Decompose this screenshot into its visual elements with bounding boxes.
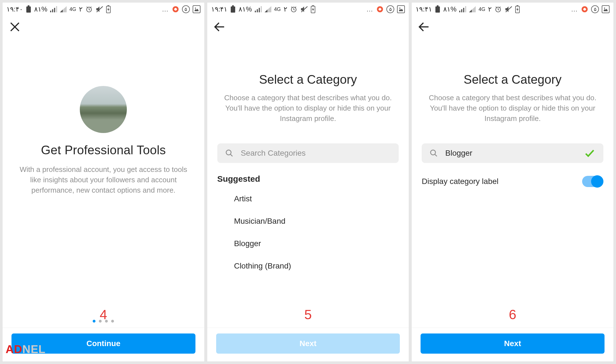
search-field[interactable] bbox=[422, 143, 603, 163]
app-icon bbox=[172, 6, 179, 13]
back-icon[interactable] bbox=[213, 21, 226, 33]
category-item[interactable]: Clothing (Brand) bbox=[217, 255, 399, 277]
network-label: 4G bbox=[274, 6, 281, 12]
search-icon bbox=[225, 149, 234, 157]
svg-line-21 bbox=[230, 154, 232, 157]
svg-rect-12 bbox=[232, 5, 234, 6]
category-item[interactable]: Blogger bbox=[217, 232, 399, 255]
screen-4: ۱۹:۴۰ ۸۱% 4G ۲ … ۵ Get Prof bbox=[2, 2, 205, 362]
search-field[interactable] bbox=[217, 143, 399, 163]
category-item[interactable]: Musician/Band bbox=[217, 210, 399, 232]
charge-icon bbox=[311, 5, 315, 13]
step-number: 4 bbox=[100, 307, 107, 322]
svg-rect-22 bbox=[435, 6, 440, 13]
status-bar: ۱۹:۴۰ ۸۱% 4G ۲ … ۵ bbox=[3, 3, 204, 16]
svg-point-8 bbox=[195, 8, 196, 9]
mute-icon bbox=[505, 6, 512, 13]
status-time: ۱۹:۴۰ bbox=[6, 5, 23, 13]
alarm-icon bbox=[85, 6, 93, 13]
search-input[interactable] bbox=[445, 149, 577, 158]
more-icon: … bbox=[162, 5, 169, 13]
svg-point-29 bbox=[604, 8, 605, 9]
signal-triangle-icon bbox=[60, 6, 67, 12]
status-bar: ۱۹:۴۱ ۸۱% 4G ۲ … ۵ bbox=[412, 3, 613, 16]
svg-rect-11 bbox=[231, 6, 235, 13]
svg-point-31 bbox=[431, 150, 436, 155]
app-icon bbox=[581, 6, 588, 13]
search-input[interactable] bbox=[241, 149, 391, 158]
close-icon[interactable] bbox=[9, 21, 21, 33]
svg-rect-16 bbox=[312, 5, 314, 6]
svg-point-20 bbox=[226, 150, 231, 155]
category-item[interactable]: Artist bbox=[217, 188, 399, 210]
battery-icon bbox=[230, 5, 236, 13]
svg-rect-23 bbox=[437, 5, 438, 6]
charge-icon bbox=[106, 5, 111, 13]
gallery-icon bbox=[602, 5, 610, 13]
more-icon: … bbox=[366, 5, 374, 13]
svg-rect-1 bbox=[28, 5, 29, 6]
signal-triangle-icon bbox=[265, 6, 271, 12]
section-heading: Suggested bbox=[217, 174, 399, 184]
next-button[interactable]: Next bbox=[421, 333, 605, 354]
step-number: 5 bbox=[304, 307, 312, 322]
battery-icon bbox=[435, 5, 440, 13]
toggle-label: Display category label bbox=[422, 177, 498, 186]
screen-5: ۱۹:۴۱ ۸۱% 4G ۲ … ۵ Select a Catego bbox=[207, 2, 409, 362]
network-label: 4G bbox=[479, 6, 485, 12]
signal-triangle-icon bbox=[469, 6, 476, 12]
status-time: ۱۹:۴۱ bbox=[416, 5, 432, 13]
network-label: 4G bbox=[69, 6, 76, 12]
next-button: Next bbox=[216, 333, 400, 354]
mute-icon bbox=[95, 6, 103, 13]
app-icon bbox=[376, 6, 384, 13]
more-icon: … bbox=[571, 5, 578, 13]
notif-badge-icon: ۵ bbox=[591, 5, 599, 13]
back-icon[interactable] bbox=[418, 21, 430, 33]
gallery-icon bbox=[397, 5, 405, 13]
signal-icon bbox=[50, 6, 57, 12]
svg-rect-27 bbox=[517, 5, 518, 6]
page-title: Select a Category bbox=[217, 73, 399, 87]
notif-badge-icon: ۵ bbox=[182, 5, 190, 13]
mute-icon bbox=[300, 6, 308, 13]
signal-icon bbox=[459, 6, 466, 12]
alarm-icon bbox=[290, 6, 297, 13]
step-number: 6 bbox=[509, 307, 516, 322]
page-title: Select a Category bbox=[422, 73, 603, 87]
sim-icon: ۲ bbox=[284, 5, 287, 13]
page-title: Get Professional Tools bbox=[13, 143, 194, 157]
status-time: ۱۹:۴۱ bbox=[211, 5, 228, 13]
battery-percent: ۸۱% bbox=[34, 5, 47, 13]
svg-line-32 bbox=[435, 154, 437, 157]
svg-point-18 bbox=[399, 8, 400, 9]
watermark: ADNEL bbox=[6, 343, 46, 356]
alarm-icon bbox=[494, 6, 502, 13]
battery-icon bbox=[26, 5, 31, 13]
battery-percent: ۸۱% bbox=[239, 5, 252, 13]
search-icon bbox=[430, 149, 438, 157]
display-category-toggle[interactable] bbox=[582, 176, 603, 187]
page-subtitle: Choose a category that best describes wh… bbox=[422, 93, 603, 124]
battery-percent: ۸۱% bbox=[443, 5, 456, 13]
notif-badge-icon: ۵ bbox=[386, 5, 394, 13]
screen-6: ۱۹:۴۱ ۸۱% 4G ۲ … ۵ Select a Catego bbox=[411, 2, 614, 362]
svg-rect-6 bbox=[108, 5, 109, 6]
page-subtitle: With a professional account, you get acc… bbox=[13, 164, 194, 195]
sim-icon: ۲ bbox=[79, 5, 83, 13]
profile-avatar bbox=[80, 86, 127, 133]
gallery-icon bbox=[193, 5, 200, 13]
page-subtitle: Choose a category that best describes wh… bbox=[217, 93, 399, 124]
check-icon bbox=[584, 147, 596, 159]
status-bar: ۱۹:۴۱ ۸۱% 4G ۲ … ۵ bbox=[207, 3, 409, 16]
signal-icon bbox=[255, 6, 262, 12]
charge-icon bbox=[515, 5, 520, 13]
sim-icon: ۲ bbox=[488, 5, 492, 13]
